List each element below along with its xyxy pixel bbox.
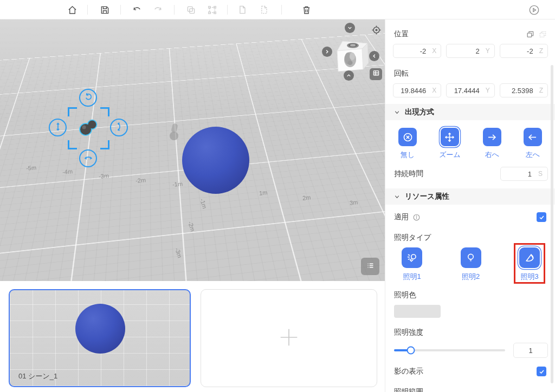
position-y-input[interactable]: 2Y (446, 44, 494, 58)
directional-light-icon (402, 247, 422, 268)
axis-suffix: Z (539, 47, 543, 55)
add-scene-button[interactable] (201, 289, 377, 387)
table-grid-icon (372, 69, 380, 79)
scene-strip: 01 シーン_1 (0, 281, 385, 392)
section-title: リソース属性 (405, 192, 449, 201)
redo-icon (152, 4, 164, 16)
intensity-input[interactable]: 1 (513, 343, 548, 358)
info-icon[interactable] (412, 213, 421, 221)
copy-page-button[interactable] (233, 0, 252, 19)
light-type-1[interactable]: 照明1 (402, 247, 422, 282)
orbit-left-button[interactable] (369, 51, 379, 61)
gizmo-move-vertical-button[interactable] (49, 119, 67, 136)
axis-label: -2m (135, 177, 146, 184)
arrow-left-icon (524, 128, 542, 146)
sphere-object[interactable] (182, 127, 249, 194)
rotation-y-input[interactable]: 17.4444Y (446, 83, 494, 97)
copy-transform-button[interactable] (526, 30, 535, 39)
rotation-x-value: 19.8446 (401, 87, 426, 95)
paste-page-button[interactable] (254, 0, 274, 19)
light-range-label: 照明範囲 (394, 387, 423, 392)
shadow-display-label: 影の表示 (394, 367, 423, 376)
viewport-canvas[interactable]: -5m -4m -3m -2m -1m 1m 2m 3m -1m -2m -3m (0, 19, 385, 281)
orbit-up-button[interactable] (344, 70, 354, 81)
orbit-down-button[interactable] (345, 23, 355, 33)
appearance-option-right[interactable]: 右へ (483, 128, 501, 160)
axis-label: -3m (99, 172, 109, 180)
appearance-option-none[interactable]: 無し (398, 128, 417, 160)
slider-handle[interactable] (406, 347, 415, 355)
rotate-cw-icon (83, 92, 94, 104)
rotation-x-input[interactable]: 19.8446X (393, 83, 441, 97)
scene-list-button[interactable] (361, 258, 379, 275)
light-type-label: 照明タイプ (394, 233, 431, 243)
combine-button[interactable] (181, 0, 201, 19)
position-z-input[interactable]: -2Z (500, 44, 548, 58)
scene-thumbnail-1[interactable]: 01 シーン_1 (9, 289, 191, 387)
copy-page-icon (237, 4, 248, 15)
light-marker-ball (170, 132, 178, 140)
bulb-light-icon (461, 247, 481, 268)
delete-button[interactable] (296, 0, 316, 19)
target-icon (371, 28, 382, 37)
light-type-3[interactable]: 照明3 (519, 247, 540, 282)
play-icon (528, 4, 540, 16)
redo-button[interactable] (148, 0, 167, 19)
light-color-swatch[interactable] (394, 305, 441, 318)
option-label: ズーム (439, 150, 461, 160)
option-label: 右へ (485, 150, 499, 160)
gizmo-rotate-button[interactable] (79, 89, 97, 107)
appearance-option-zoom[interactable]: ズーム (439, 128, 461, 160)
gizmo-rotate-pitch-button[interactable] (110, 119, 128, 136)
paste-page-icon (259, 4, 269, 15)
save-button[interactable] (95, 0, 114, 19)
save-icon (99, 4, 111, 16)
duration-unit: S (538, 170, 543, 178)
rotation-label: 回転 (394, 69, 409, 79)
undo-button[interactable] (127, 0, 146, 19)
section-title: 出現方式 (405, 107, 434, 117)
axis-suffix: Z (539, 87, 543, 94)
plus-icon (276, 325, 301, 352)
scene-label: 01 シーン_1 (18, 371, 57, 381)
paste-transform-button[interactable] (538, 30, 547, 39)
option-label: 左へ (526, 150, 540, 160)
toolbar-separator (174, 5, 175, 15)
axis-label: 3m (350, 199, 358, 206)
rotate-pitch-icon (114, 121, 125, 134)
grid-view-button[interactable] (370, 68, 382, 80)
orbit-right-button[interactable] (322, 47, 332, 57)
position-x-input[interactable]: -2X (393, 44, 441, 58)
chevron-down-icon (394, 194, 400, 200)
list-icon (366, 261, 375, 272)
select-group-button[interactable] (202, 0, 222, 19)
rotation-z-value: 2.5398 (512, 87, 533, 95)
selected-spotlight-object[interactable] (78, 117, 100, 138)
home-button[interactable] (62, 0, 82, 19)
gizmo-rotate-yaw-button[interactable] (79, 149, 97, 167)
intensity-slider[interactable] (394, 349, 505, 351)
light-intensity-label: 照明強度 (394, 328, 423, 337)
apply-checkbox[interactable] (537, 212, 546, 222)
duration-value: 1 (528, 170, 532, 178)
option-label: 照明3 (520, 272, 538, 282)
section-resource[interactable]: リソース属性 (385, 188, 555, 205)
light-type-2[interactable]: 照明2 (461, 247, 481, 282)
section-appearance[interactable]: 出現方式 (385, 104, 555, 120)
rotation-z-input[interactable]: 2.5398Z (500, 83, 548, 97)
panel-scrollbar[interactable] (551, 65, 553, 383)
position-label: 位置 (394, 29, 409, 39)
arrow-vertical-icon (53, 121, 63, 134)
spot-light-icon (519, 247, 540, 268)
preview-play-button[interactable] (524, 0, 544, 19)
duration-input[interactable]: 1 S (500, 167, 548, 181)
shadow-checkbox[interactable] (537, 367, 546, 376)
appearance-option-left[interactable]: 左へ (524, 128, 542, 160)
option-label: 無し (401, 150, 415, 160)
axis-suffix: X (432, 87, 436, 94)
option-label: 照明1 (403, 272, 421, 282)
view-cube[interactable] (328, 35, 370, 76)
apply-label: 適用 (394, 212, 409, 222)
focus-target-button[interactable] (371, 24, 382, 38)
chevron-right-icon (324, 47, 330, 57)
